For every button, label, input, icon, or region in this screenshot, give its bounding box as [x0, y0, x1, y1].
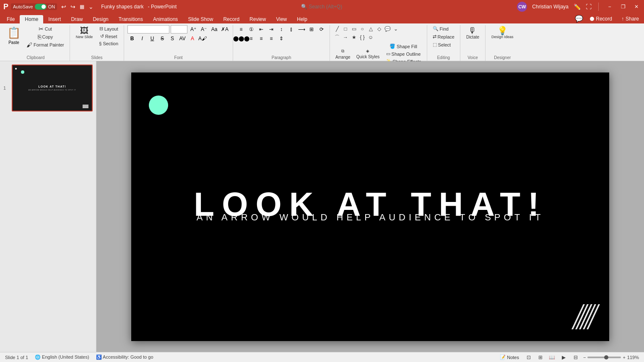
tab-transitions[interactable]: Transitions — [114, 15, 148, 23]
char-spacing-button[interactable]: AV — [178, 34, 187, 43]
zoom-slider[interactable] — [587, 357, 621, 358]
vertical-align-button[interactable]: ⇕ — [277, 34, 286, 43]
more-shapes-btn[interactable]: ⌄ — [392, 25, 400, 33]
bullets-button[interactable]: ≡ — [236, 25, 246, 34]
circle-shape-btn[interactable]: ○ — [358, 25, 366, 33]
presentation-view-icon[interactable]: ▦ — [78, 3, 86, 10]
star-btn[interactable]: ★ — [350, 34, 358, 41]
zoom-in-icon[interactable]: + — [623, 355, 625, 360]
shape-fill-button[interactable]: 🪣 Shape Fill — [383, 43, 423, 50]
decrease-font-button[interactable]: A⁻ — [199, 25, 208, 34]
search-input[interactable] — [309, 4, 392, 10]
pen-icon[interactable]: ✏️ — [574, 3, 581, 10]
slide-canvas[interactable]: LOOK AT THAT! AN ARROW WOULD HELP AUDIEN… — [131, 72, 609, 341]
slide-thumbnail[interactable]: LOOK AT THAT! AN ARROW WOULD HELP AUDIEN… — [12, 65, 93, 111]
underline-button[interactable]: U — [148, 34, 157, 43]
design-ideas-button[interactable]: 💡 Design Ideas — [489, 25, 516, 40]
bold-button[interactable]: B — [127, 34, 137, 43]
italic-button[interactable]: I — [138, 34, 147, 43]
slideshow-button[interactable]: ▶ — [560, 353, 568, 362]
smiley-btn[interactable]: ☺ — [367, 34, 374, 41]
fit-slide-button[interactable]: ⊟ — [571, 353, 580, 362]
close-button[interactable]: ✕ — [632, 3, 641, 11]
dictate-button[interactable]: 🎙 Dictate — [464, 25, 482, 41]
select-button[interactable]: ⬚ Select — [431, 41, 453, 48]
minimize-button[interactable]: − — [605, 3, 614, 11]
tab-insert[interactable]: Insert — [43, 15, 66, 23]
teal-circle-shape[interactable] — [149, 96, 168, 115]
font-size-input[interactable]: 36 — [171, 25, 187, 34]
tab-record[interactable]: Record — [218, 15, 244, 23]
tab-animations[interactable]: Animations — [148, 15, 183, 23]
justify-button[interactable]: ≡ — [267, 34, 276, 43]
reading-view-button[interactable]: 📖 — [548, 353, 556, 362]
restore-button[interactable]: ❐ — [619, 3, 627, 11]
normal-view-button[interactable]: ⊡ — [525, 353, 533, 362]
cut-button[interactable]: ✂ Cut — [24, 25, 66, 33]
strikethrough-button[interactable]: S — [158, 34, 167, 43]
paste-button[interactable]: 📋 Paste — [5, 25, 23, 46]
slide-sorter-button[interactable]: ⊞ — [536, 353, 545, 362]
shape-outline-button[interactable]: ▭ Shape Outline — [383, 50, 423, 57]
section-button[interactable]: § Section — [97, 40, 120, 47]
callout-shape-btn[interactable]: 💬 — [384, 25, 391, 33]
autosave-switch[interactable] — [35, 4, 47, 10]
copy-button[interactable]: ⎘ Copy — [24, 33, 66, 41]
columns-button[interactable]: ⫿ — [287, 25, 296, 34]
find-button[interactable]: 🔍 Find — [431, 25, 451, 32]
increase-indent-button[interactable]: ⇥ — [267, 25, 276, 34]
align-text-button[interactable]: ⊞ — [307, 25, 316, 34]
align-center-button[interactable]: ≡ — [247, 34, 256, 43]
accessibility-info[interactable]: ♿ Accessibility: Good to go — [96, 354, 153, 360]
tab-draw[interactable]: Draw — [66, 15, 88, 23]
curve-btn[interactable]: ⌒ — [333, 34, 341, 41]
tab-home[interactable]: Home — [20, 15, 43, 23]
tab-help[interactable]: Help — [292, 15, 312, 23]
notes-button[interactable]: 📝 Notes — [498, 354, 521, 361]
new-slide-button[interactable]: 🖼 New Slide — [73, 25, 96, 40]
zoom-out-icon[interactable]: − — [583, 355, 586, 360]
text-direction-button[interactable]: ⟶ — [297, 25, 306, 34]
reset-button[interactable]: ↺ Reset — [97, 33, 120, 40]
record-button-ribbon[interactable]: Record — [586, 14, 616, 23]
line-shape-btn[interactable]: ╱ — [333, 25, 341, 33]
tab-file[interactable]: File — [2, 15, 20, 23]
align-right-button[interactable]: ≡ — [257, 34, 266, 43]
highlight-color-button[interactable]: A🖌 — [198, 34, 207, 43]
undo-icon[interactable]: ↩ — [60, 3, 68, 11]
decrease-indent-button[interactable]: ⇤ — [257, 25, 266, 34]
clear-format-button[interactable]: ✗A — [220, 25, 229, 34]
shadow-button[interactable]: S — [168, 34, 177, 43]
layout-button[interactable]: ⊟ Layout — [97, 25, 120, 32]
comments-button[interactable]: 💬 — [572, 14, 586, 23]
font-color-button[interactable]: A — [188, 34, 197, 43]
equation-btn[interactable]: { } — [358, 34, 366, 41]
numbering-button[interactable]: ① — [247, 25, 256, 34]
autosave-toggle[interactable]: AutoSave ON — [11, 3, 57, 10]
tab-review[interactable]: Review — [244, 15, 271, 23]
quick-styles-button[interactable]: ◈ Quick Styles — [354, 48, 382, 60]
diamond-shape-btn[interactable]: ◇ — [375, 25, 383, 33]
more-icon[interactable]: ⌄ — [87, 3, 95, 11]
triangle-shape-btn[interactable]: △ — [367, 25, 374, 33]
smartart-button[interactable]: ⟳ — [317, 25, 326, 34]
line-spacing-button[interactable]: ↕ — [277, 25, 286, 34]
increase-font-button[interactable]: A⁺ — [189, 25, 198, 34]
tab-design[interactable]: Design — [88, 15, 113, 23]
rect-shape-btn[interactable]: □ — [342, 25, 349, 33]
align-left-button[interactable]: ⬤⬤⬤ — [236, 34, 246, 43]
zoom-level[interactable]: 119% — [627, 355, 639, 360]
rounded-rect-btn[interactable]: ▭ — [350, 25, 358, 33]
share-button[interactable]: ↑ Share — [616, 14, 644, 23]
tab-slideshow[interactable]: Slide Show — [183, 15, 218, 23]
slide-subtitle[interactable]: AN ARROW WOULD HELP AUDIENCE TO SPOT IT — [197, 212, 544, 223]
arrow-btn[interactable]: → — [342, 34, 349, 41]
arrange-button[interactable]: ⧉ Arrange — [333, 48, 353, 60]
format-painter-button[interactable]: 🖌 Format Painter — [24, 41, 66, 49]
replace-button[interactable]: ⇄ Replace — [431, 33, 457, 40]
redo-icon[interactable]: ↪ — [69, 3, 77, 11]
change-case-button[interactable]: Aa — [210, 25, 219, 34]
tab-view[interactable]: View — [271, 15, 292, 23]
fullscreen-icon[interactable]: ⛶ — [586, 3, 592, 10]
font-name-input[interactable] — [127, 25, 169, 34]
